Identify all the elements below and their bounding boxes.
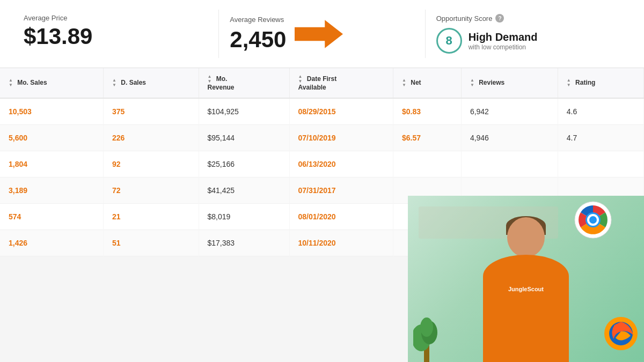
cell-date_first_available: 06/13/2020 (289, 151, 393, 178)
average-price-label: Average Price (24, 14, 208, 22)
help-icon[interactable]: ? (495, 14, 504, 23)
cell-date_first_available: 08/01/2020 (289, 204, 393, 230)
cell-d_sales: 92 (104, 151, 199, 178)
score-circle: 8 (436, 28, 462, 54)
cell-date_first_available: 07/31/2017 (289, 178, 393, 204)
cell-mo_revenue: $41,425 (199, 178, 289, 204)
cell-date_first_available: 08/29/2015 (289, 98, 393, 125)
svg-point-8 (589, 216, 597, 224)
cell-date_first_available: 07/10/2019 (289, 125, 393, 151)
col-mo-sales[interactable]: ▲▼ Mo. Sales (0, 68, 104, 98)
col-date-first-available[interactable]: ▲▼ Date FirstAvailable (289, 68, 393, 98)
cell-d_sales: 375 (104, 98, 199, 125)
cell-d_sales: 21 (104, 204, 199, 230)
average-price-value: $13.89 (24, 25, 208, 48)
cell-net: $6.57 (393, 125, 462, 151)
cell-reviews (461, 151, 558, 178)
opportunity-header: Opportunity Score ? (436, 14, 620, 23)
table-header-row: ▲▼ Mo. Sales ▲▼ D. Sales ▲▼ Mo.Revenue ▲… (0, 68, 644, 98)
person-head (507, 217, 545, 257)
table-row: 10,503375$104,92508/29/2015$0.836,9424.6 (0, 98, 644, 125)
high-demand-label: High Demand (469, 31, 538, 43)
plant-icon (413, 298, 440, 362)
cell-mo_revenue: $8,019 (199, 204, 289, 230)
svg-marker-0 (295, 20, 343, 48)
cell-rating: 4.7 (558, 125, 643, 151)
overlay-image: JungleScout (408, 196, 644, 362)
cell-mo_sales: 574 (0, 204, 104, 230)
cell-mo_sales: 1,804 (0, 151, 104, 178)
cell-date_first_available: 10/11/2020 (289, 230, 393, 256)
cell-rating: 4.6 (558, 98, 643, 125)
cell-mo_revenue: $95,144 (199, 125, 289, 151)
col-net[interactable]: ▲▼ Net (393, 68, 462, 98)
person-background: JungleScout (408, 196, 644, 362)
average-reviews-card: Average Reviews 2,450 (219, 10, 425, 58)
cell-net (393, 151, 462, 178)
cell-net: $0.83 (393, 98, 462, 125)
col-mo-revenue[interactable]: ▲▼ Mo.Revenue (199, 68, 289, 98)
col-reviews[interactable]: ▲▼ Reviews (461, 68, 558, 98)
opportunity-score-card: Opportunity Score ? 8 High Demand with l… (426, 10, 631, 58)
demand-text: High Demand with low competition (469, 31, 538, 51)
col-rating[interactable]: ▲▼ Rating (558, 68, 643, 98)
sort-icons-reviews: ▲▼ (470, 78, 474, 87)
cell-mo_sales: 10,503 (0, 98, 104, 125)
cell-d_sales: 226 (104, 125, 199, 151)
low-competition-label: with low competition (469, 43, 538, 51)
sort-icons-date: ▲▼ (298, 75, 303, 84)
cell-reviews: 4,946 (461, 125, 558, 151)
cell-mo_sales: 1,426 (0, 230, 104, 256)
table-row: 1,80492$25,16606/13/2020 (0, 151, 644, 178)
person-body (483, 255, 569, 362)
table-row: 5,600226$95,14407/10/2019$6.574,9464.7 (0, 125, 644, 151)
cell-mo_revenue: $25,166 (199, 151, 289, 178)
cell-rating (558, 151, 643, 178)
cell-mo_revenue: $17,383 (199, 230, 289, 256)
metrics-bar: Average Price $13.89 Average Reviews 2,4… (0, 0, 644, 68)
opportunity-content: 8 High Demand with low competition (436, 28, 620, 54)
sort-icons-d-sales: ▲▼ (112, 78, 116, 87)
sort-icons-rating: ▲▼ (567, 78, 571, 87)
average-reviews-value: 2,450 (230, 27, 286, 53)
firefox-icon (604, 316, 639, 351)
average-reviews-label: Average Reviews (230, 16, 286, 24)
cell-mo_sales: 3,189 (0, 178, 104, 204)
cell-d_sales: 72 (104, 178, 199, 204)
cell-mo_revenue: $104,925 (199, 98, 289, 125)
svg-point-4 (420, 317, 433, 337)
arrow-right-icon (295, 19, 343, 49)
average-price-card: Average Price $13.89 (13, 10, 219, 58)
cell-d_sales: 51 (104, 230, 199, 256)
sort-icons-mo-sales: ▲▼ (9, 78, 13, 87)
sort-icons-mo-revenue: ▲▼ (208, 75, 212, 84)
sort-icons-net: ▲▼ (402, 78, 406, 87)
cell-reviews: 6,942 (461, 98, 558, 125)
cell-mo_sales: 5,600 (0, 125, 104, 151)
col-d-sales[interactable]: ▲▼ D. Sales (104, 68, 199, 98)
opportunity-score-label: Opportunity Score (436, 14, 493, 23)
shirt-text: JungleScout (508, 286, 544, 292)
chrome-icon (574, 201, 612, 239)
